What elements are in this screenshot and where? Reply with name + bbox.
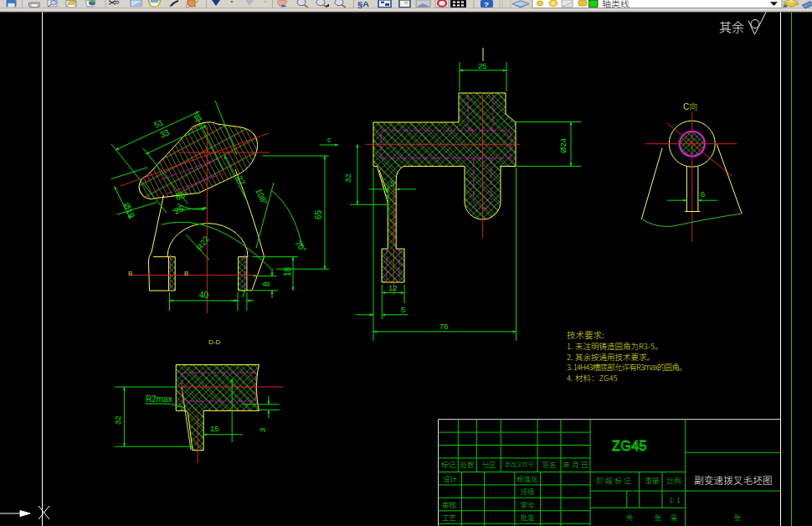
svg-text:比例: 比例 (666, 475, 681, 485)
svg-text:11: 11 (192, 111, 203, 124)
svg-text:76: 76 (439, 322, 449, 331)
svg-text:工艺: 工艺 (442, 512, 456, 522)
svg-text:32: 32 (343, 173, 352, 183)
svg-text:4. 材料：ZG45: 4. 材料：ZG45 (567, 372, 618, 384)
svg-text:12: 12 (388, 283, 398, 292)
svg-text:25: 25 (172, 204, 185, 216)
svg-text:签名: 签名 (542, 459, 556, 469)
svg-text:B: B (128, 270, 132, 277)
svg-text:18: 18 (283, 266, 292, 276)
svg-text:15: 15 (210, 424, 219, 433)
svg-text:c: c (327, 135, 331, 144)
svg-text:张: 张 (734, 512, 742, 522)
svg-text:5: 5 (401, 305, 405, 314)
svg-text:处数: 处数 (460, 459, 475, 469)
svg-text:Ø24: Ø24 (558, 138, 568, 153)
svg-text:3. 14H43槽底部允许有R3max的圆角。: 3. 14H43槽底部允许有R3max的圆角。 (567, 361, 686, 373)
svg-text:批准: 批准 (520, 512, 535, 522)
svg-text:7: 7 (241, 290, 246, 299)
svg-text:轴类线: 轴类线 (602, 0, 630, 9)
svg-text:重量: 重量 (645, 475, 660, 485)
svg-text:65: 65 (314, 209, 323, 219)
svg-text:32: 32 (113, 415, 122, 425)
svg-text:共: 共 (626, 512, 634, 522)
svg-text:ZG45: ZG45 (612, 439, 647, 453)
svg-text:3: 3 (258, 428, 267, 432)
svg-text:1. 未注明铸造圆角为R3-5。: 1. 未注明铸造圆角为R3-5。 (567, 340, 663, 352)
svg-text:B: B (184, 270, 188, 277)
svg-text:C向: C向 (683, 100, 697, 112)
svg-text:分区: 分区 (481, 459, 496, 469)
svg-text:8: 8 (262, 281, 271, 286)
svg-text:1: 1: 1: 1 (669, 494, 681, 504)
svg-text:阶 段 标 记: 阶 段 标 记 (596, 475, 631, 485)
svg-text:40: 40 (199, 291, 209, 300)
svg-text:§A: §A (357, 0, 369, 8)
svg-text:年 月 日: 年 月 日 (563, 459, 588, 469)
svg-text:108°: 108° (254, 187, 270, 206)
svg-text:6: 6 (701, 189, 705, 199)
svg-text:Ø19: Ø19 (121, 201, 136, 219)
svg-text:标记: 标记 (441, 459, 456, 469)
svg-text:副变速拨叉毛坯图: 副变速拨叉毛坯图 (694, 473, 773, 487)
svg-text:更改文件号: 更改文件号 (505, 460, 534, 468)
svg-text:审核: 审核 (442, 499, 457, 509)
svg-text:5: 5 (390, 178, 394, 188)
svg-text:学号: 学号 (520, 499, 534, 509)
svg-text:其余: 其余 (719, 18, 744, 35)
svg-text:设计: 设计 (443, 473, 458, 483)
svg-text:27: 27 (234, 174, 247, 187)
svg-text:D-D: D-D (208, 338, 220, 346)
svg-text:R2max: R2max (146, 394, 172, 404)
svg-text:班级: 班级 (520, 486, 535, 496)
svg-text:标准化: 标准化 (516, 473, 538, 483)
svg-text:?: ? (484, 1, 489, 8)
svg-text:张: 张 (655, 512, 662, 522)
svg-text:第: 第 (671, 512, 678, 522)
svg-text:R22: R22 (195, 234, 212, 252)
svg-text:25: 25 (478, 61, 487, 70)
svg-text:技术要求:: 技术要求: (567, 328, 604, 341)
svg-text:70°: 70° (293, 239, 308, 255)
